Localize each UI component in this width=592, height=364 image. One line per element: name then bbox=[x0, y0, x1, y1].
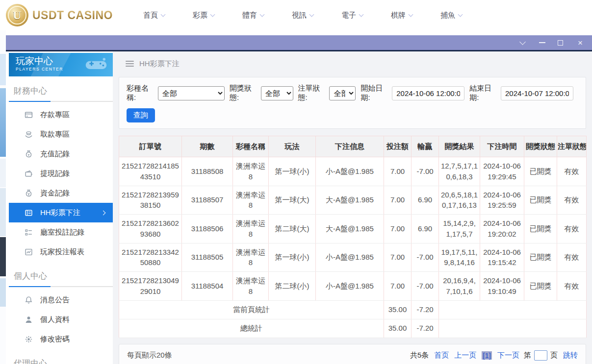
sidebar-item-label: 提現記錄 bbox=[40, 169, 70, 178]
table-cell: 31188504 bbox=[182, 272, 233, 301]
end-date-input[interactable] bbox=[501, 86, 573, 100]
sidebar-item-label: 修改密碼 bbox=[40, 335, 70, 344]
menu-hamburger-icon[interactable] bbox=[126, 61, 134, 67]
sidebar-item[interactable]: 個人資料 bbox=[9, 310, 113, 329]
sidebar-item[interactable]: 玩家投注報表 bbox=[9, 242, 113, 262]
table-cell: 第一球(小) bbox=[269, 157, 316, 186]
chevron-down-icon bbox=[359, 12, 364, 17]
table-cell: 2152172821334250880 bbox=[119, 243, 182, 272]
nav-item-1[interactable]: 彩票 bbox=[193, 11, 214, 20]
nav-item-6[interactable]: 捕魚 bbox=[440, 11, 462, 20]
window-close-button[interactable]: × bbox=[576, 39, 584, 47]
summary-label-cell: 當前頁統計 bbox=[119, 300, 384, 319]
table-cell: 已開獎 bbox=[524, 243, 557, 272]
table-cell: 澳洲幸运8 bbox=[233, 215, 269, 243]
table-cell: 7.00 bbox=[384, 157, 412, 186]
table-cell: 31188505 bbox=[182, 243, 233, 272]
lottery-name-select[interactable]: 全部 bbox=[158, 86, 225, 100]
first-page-link[interactable]: 首页 bbox=[434, 351, 449, 360]
sidebar-item-label: 廳室投註記錄 bbox=[40, 228, 84, 237]
sidebar: 玩家中心 PLAYERS CENTER 財務中心存款專區取款專區充值記錄提現記錄… bbox=[9, 51, 113, 364]
sidebar-subtitle: PLAYERS CENTER bbox=[16, 67, 113, 72]
table-cell: 15,14,2,9,1,17,5,7 bbox=[439, 215, 480, 243]
sidebar-item[interactable]: 存款專區 bbox=[9, 105, 113, 124]
page-size-text: 每頁顯示20條 bbox=[127, 351, 172, 360]
table-cell: 2152172821304929010 bbox=[119, 272, 182, 301]
window-maximize-button[interactable] bbox=[558, 40, 566, 46]
table-cell: 2024-10-06 19:29:45 bbox=[480, 157, 524, 186]
draw-status-label: 開獎狀態: bbox=[230, 84, 258, 102]
table-cell: 大-A盤@1.985 bbox=[316, 215, 384, 243]
withdraw-hand-icon bbox=[25, 130, 33, 139]
bet-report-icon bbox=[25, 248, 33, 256]
table-cell: -7.00 bbox=[412, 272, 439, 301]
next-page-link[interactable]: 下一页 bbox=[497, 351, 519, 360]
sidebar-item[interactable]: 修改密碼 bbox=[9, 329, 113, 349]
lottery-bet-icon bbox=[25, 209, 33, 217]
table-row: 215217282130492901031188504澳洲幸运8第二球(小)小-… bbox=[119, 272, 587, 301]
chevron-down-icon bbox=[309, 12, 314, 17]
sidebar-item[interactable]: 取款專區 bbox=[9, 124, 113, 144]
table-cell: 第一球(大) bbox=[269, 186, 316, 215]
table-cell: 小-A盤@1.985 bbox=[316, 157, 384, 186]
table-cell: 7.00 bbox=[384, 272, 412, 301]
sidebar-item-label: 資金記錄 bbox=[40, 189, 70, 198]
bet-table: 訂單號期數彩種名稱玩法下注信息投注額輸贏開獎結果下注時間開獎狀態注單狀態 215… bbox=[119, 136, 587, 338]
sidebar-item-label: 玩家投注報表 bbox=[40, 247, 84, 257]
order-status-select[interactable]: 全部 bbox=[329, 86, 356, 100]
table-cell: -7.00 bbox=[412, 243, 439, 272]
page-background-fragment bbox=[0, 278, 6, 307]
window-minimize-button[interactable] bbox=[539, 42, 547, 43]
gear-icon bbox=[25, 335, 33, 343]
table-cell: 澳洲幸运8 bbox=[233, 186, 269, 215]
jump-page-input[interactable] bbox=[534, 350, 547, 361]
deposit-card-icon bbox=[25, 111, 33, 119]
site-logo[interactable]: U USDT CASINO bbox=[6, 4, 113, 26]
sidebar-title: 玩家中心 bbox=[16, 56, 113, 67]
table-cell: 有效 bbox=[557, 243, 587, 272]
summary-empty-cell bbox=[439, 319, 587, 338]
table-cell: 20,6,5,18,10,17,16,13 bbox=[439, 186, 480, 215]
table-cell: 有效 bbox=[557, 272, 587, 301]
sidebar-item[interactable]: 提現記錄 bbox=[9, 164, 113, 183]
end-date-label: 結束日期: bbox=[469, 84, 498, 102]
table-cell: 已開獎 bbox=[524, 157, 557, 186]
withdrawal-record-icon bbox=[25, 170, 33, 178]
nav-item-5[interactable]: 棋牌 bbox=[391, 11, 412, 20]
sidebar-item-label: 消息公告 bbox=[40, 295, 70, 305]
nav-item-0[interactable]: 首頁 bbox=[143, 11, 165, 20]
nav-item-4[interactable]: 電子 bbox=[341, 11, 363, 20]
summary-bet-total-cell: 35.00 bbox=[384, 300, 412, 319]
table-cell: 7.00 bbox=[384, 186, 412, 215]
query-button[interactable]: 查詢 bbox=[127, 108, 155, 122]
prev-page-link[interactable]: 上一页 bbox=[454, 351, 476, 360]
table-cell: 第一球(小) bbox=[269, 243, 316, 272]
nav-item-label: 電子 bbox=[341, 11, 356, 20]
sidebar-item[interactable]: 廳室投註記錄 bbox=[9, 222, 113, 242]
sidebar-item[interactable]: 消息公告 bbox=[9, 290, 113, 310]
nav-item-2[interactable]: 體育 bbox=[242, 11, 264, 20]
player-center-window: × 玩家中心 PLAYERS CENTER 財務中心存款 bbox=[6, 35, 592, 364]
nav-item-3[interactable]: 視訊 bbox=[292, 11, 313, 20]
table-cell: 6.90 bbox=[412, 215, 439, 243]
table-cell: 澳洲幸运8 bbox=[233, 272, 269, 301]
sidebar-item-label: 存款專區 bbox=[40, 110, 70, 120]
close-icon: × bbox=[578, 38, 583, 48]
nav-item-label: 視訊 bbox=[292, 11, 307, 20]
pager-controls: 共5条 首页 上一页 [1] 下一页 第 页 跳转 bbox=[410, 350, 578, 361]
sidebar-item[interactable]: 資金記錄 bbox=[9, 183, 113, 203]
nav-item-label: 首頁 bbox=[143, 11, 158, 20]
table-cell: 有效 bbox=[557, 215, 587, 243]
jump-button[interactable]: 跳转 bbox=[563, 351, 578, 360]
sidebar-item[interactable]: 充值記錄 bbox=[9, 144, 113, 164]
filter-row: 彩種名稱: 全部 開獎狀態: 全部 注單狀態: 全部 開始日期: 結束日期: bbox=[127, 84, 578, 102]
start-date-input[interactable] bbox=[392, 86, 464, 100]
window-collapse-button[interactable] bbox=[520, 42, 528, 44]
sidebar-item[interactable]: HH彩票下注 bbox=[9, 203, 113, 222]
draw-status-select[interactable]: 全部 bbox=[261, 86, 293, 100]
site-top-nav: U USDT CASINO 首頁彩票體育視訊電子棋牌捕魚 bbox=[0, 0, 592, 30]
chevron-down-icon bbox=[260, 12, 265, 17]
summary-winloss-total-cell: -7.20 bbox=[412, 319, 439, 338]
summary-label-cell: 總統計 bbox=[119, 319, 384, 338]
table-cell: 已開獎 bbox=[524, 272, 557, 301]
